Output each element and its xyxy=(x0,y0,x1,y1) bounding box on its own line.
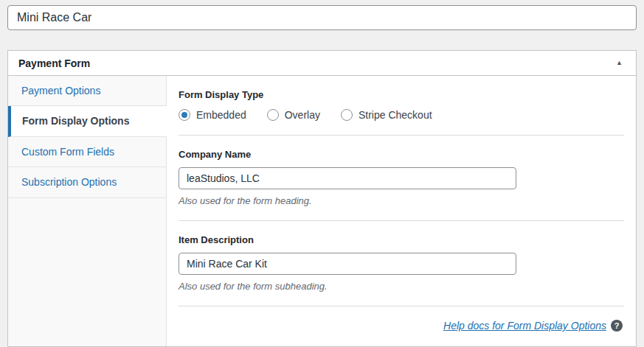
section-divider xyxy=(179,135,624,136)
radio-option-stripe-checkout[interactable]: Stripe Checkout xyxy=(341,109,432,121)
radio-icon-stripe-checkout[interactable] xyxy=(341,109,353,121)
radio-icon-overlay[interactable] xyxy=(267,109,279,121)
metabox-title: Payment Form xyxy=(18,58,90,69)
form-display-options-panel: Form Display Type Embedded Overlay St xyxy=(167,76,636,346)
tab-form-display-options[interactable]: Form Display Options xyxy=(8,106,167,136)
section-divider xyxy=(179,220,624,221)
page: Payment Form ▲ Payment Options Form Disp… xyxy=(0,0,644,347)
form-display-type-label: Form Display Type xyxy=(179,89,624,100)
radio-label-overlay: Overlay xyxy=(285,109,320,121)
tab-custom-form-fields[interactable]: Custom Form Fields xyxy=(8,137,166,167)
collapse-toggle-icon[interactable]: ▲ xyxy=(613,57,626,69)
payment-form-metabox: Payment Form ▲ Payment Options Form Disp… xyxy=(7,50,637,347)
metabox-header[interactable]: Payment Form ▲ xyxy=(8,51,636,76)
section-divider xyxy=(179,306,624,306)
item-description-helper-text: Also used for the form subheading. xyxy=(179,281,624,292)
item-description-label: Item Description xyxy=(179,234,624,245)
settings-tab-list: Payment Options Form Display Options Cus… xyxy=(8,76,167,346)
radio-icon-embedded[interactable] xyxy=(179,109,190,121)
item-description-input[interactable] xyxy=(179,253,516,275)
company-name-input[interactable] xyxy=(179,167,516,189)
post-title-input[interactable] xyxy=(7,5,637,30)
tab-payment-options[interactable]: Payment Options xyxy=(8,76,166,106)
form-display-type-radio-group: Embedded Overlay Stripe Checkout xyxy=(179,109,624,121)
radio-option-embedded[interactable]: Embedded xyxy=(179,109,246,121)
company-name-helper-text: Also used for the form heading. xyxy=(179,195,624,206)
tab-subscription-options[interactable]: Subscription Options xyxy=(8,167,166,197)
question-mark-icon[interactable]: ? xyxy=(611,320,623,332)
form-display-type-section: Form Display Type Embedded Overlay St xyxy=(179,89,624,121)
radio-label-stripe-checkout: Stripe Checkout xyxy=(359,109,432,121)
metabox-body: Payment Options Form Display Options Cus… xyxy=(8,76,636,346)
company-name-label: Company Name xyxy=(179,149,624,160)
item-description-section: Item Description Also used for the form … xyxy=(179,234,624,292)
help-docs-row: Help docs for Form Display Options ? xyxy=(179,320,623,332)
radio-option-overlay[interactable]: Overlay xyxy=(267,109,320,121)
company-name-section: Company Name Also used for the form head… xyxy=(179,149,624,206)
help-docs-link[interactable]: Help docs for Form Display Options xyxy=(443,320,606,332)
radio-label-embedded: Embedded xyxy=(196,109,246,121)
